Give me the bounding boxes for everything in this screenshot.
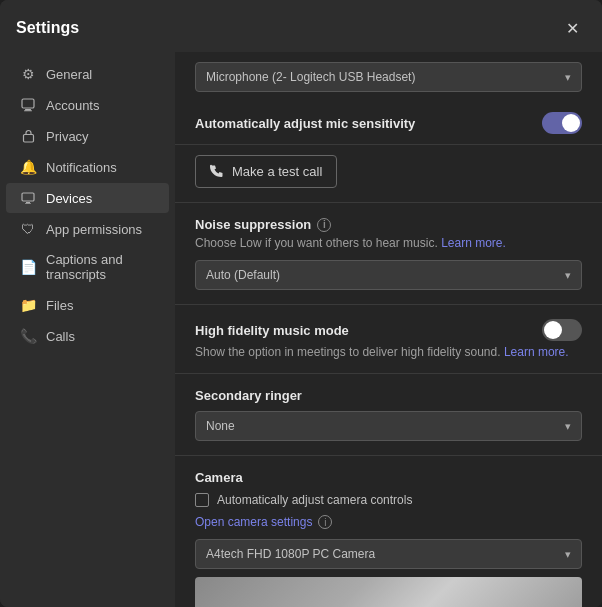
notifications-icon: 🔔 [20, 159, 36, 175]
camera-auto-adjust-checkbox[interactable] [195, 493, 209, 507]
toggle-knob [562, 114, 580, 132]
sidebar-label-accounts: Accounts [46, 98, 99, 113]
hifi-desc-text: Show the option in meetings to deliver h… [195, 345, 501, 359]
svg-rect-5 [26, 202, 30, 203]
hifi-section: High fidelity music mode Show the option… [175, 305, 602, 374]
sidebar-item-app-permissions[interactable]: 🛡 App permissions [6, 214, 169, 244]
mic-top-area: Microphone (2- Logitech USB Headset) ▾ [175, 52, 602, 98]
noise-chevron-icon: ▾ [565, 269, 571, 282]
auto-adjust-row: Automatically adjust mic sensitivity [175, 98, 602, 145]
camera-auto-adjust-row: Automatically adjust camera controls [195, 493, 582, 507]
ringer-title: Secondary ringer [195, 388, 582, 403]
mic-chevron-icon: ▾ [565, 71, 571, 84]
sidebar-label-general: General [46, 67, 92, 82]
noise-info-icon[interactable]: i [317, 218, 331, 232]
sidebar-label-app-permissions: App permissions [46, 222, 142, 237]
sidebar-item-files[interactable]: 📁 Files [6, 290, 169, 320]
noise-title-text: Noise suppression [195, 217, 311, 232]
captions-icon: 📄 [20, 259, 36, 275]
hifi-learn-more[interactable]: Learn more. [504, 345, 569, 359]
svg-rect-3 [23, 135, 33, 143]
sidebar-label-privacy: Privacy [46, 129, 89, 144]
sidebar-label-notifications: Notifications [46, 160, 117, 175]
camera-preview [195, 577, 582, 607]
hifi-toggle[interactable] [542, 319, 582, 341]
mic-dropdown-value: Microphone (2- Logitech USB Headset) [206, 70, 415, 84]
ringer-value: None [206, 419, 235, 433]
hifi-title: High fidelity music mode [195, 323, 349, 338]
svg-rect-0 [22, 99, 34, 108]
window-title: Settings [16, 19, 79, 37]
sidebar-item-privacy[interactable]: Privacy [6, 121, 169, 151]
test-call-area: Make a test call [175, 145, 602, 203]
sidebar-item-captions[interactable]: 📄 Captions and transcripts [6, 245, 169, 289]
hifi-toggle-knob [544, 321, 562, 339]
title-bar: Settings ✕ [0, 0, 602, 52]
ringer-chevron-icon: ▾ [565, 420, 571, 433]
privacy-icon [20, 128, 36, 144]
camera-device-dropdown[interactable]: A4tech FHD 1080P PC Camera ▾ [195, 539, 582, 569]
sidebar-label-files: Files [46, 298, 73, 313]
camera-info-icon[interactable]: i [318, 515, 332, 529]
camera-title-text: Camera [195, 470, 243, 485]
general-icon: ⚙ [20, 66, 36, 82]
camera-section: Camera Automatically adjust camera contr… [175, 456, 602, 607]
camera-device-value: A4tech FHD 1080P PC Camera [206, 547, 375, 561]
microphone-dropdown[interactable]: Microphone (2- Logitech USB Headset) ▾ [195, 62, 582, 92]
sidebar-item-devices[interactable]: Devices [6, 183, 169, 213]
camera-auto-adjust-label: Automatically adjust camera controls [217, 493, 412, 507]
sidebar-label-calls: Calls [46, 329, 75, 344]
sidebar-item-calls[interactable]: 📞 Calls [6, 321, 169, 351]
noise-desc: Choose Low if you want others to hear mu… [195, 236, 582, 250]
calls-icon: 📞 [20, 328, 36, 344]
settings-window: Settings ✕ ⚙ General Accounts [0, 0, 602, 607]
sidebar-label-captions: Captions and transcripts [46, 252, 155, 282]
noise-suppression-value: Auto (Default) [206, 268, 280, 282]
test-call-label: Make a test call [232, 164, 322, 179]
camera-title: Camera [195, 470, 582, 485]
sidebar-item-general[interactable]: ⚙ General [6, 59, 169, 89]
auto-adjust-label: Automatically adjust mic sensitivity [195, 116, 415, 131]
hifi-desc: Show the option in meetings to deliver h… [195, 345, 582, 359]
content-area: Microphone (2- Logitech USB Headset) ▾ A… [175, 52, 602, 607]
ringer-dropdown[interactable]: None ▾ [195, 411, 582, 441]
files-icon: 📁 [20, 297, 36, 313]
secondary-ringer-section: Secondary ringer None ▾ [175, 374, 602, 456]
ringer-dropdown-wrap: None ▾ [195, 411, 582, 441]
close-button[interactable]: ✕ [558, 14, 586, 42]
svg-rect-2 [24, 110, 32, 111]
main-layout: ⚙ General Accounts [0, 52, 602, 607]
accounts-icon [20, 97, 36, 113]
open-camera-link-text: Open camera settings [195, 515, 312, 529]
hifi-top: High fidelity music mode [195, 319, 582, 341]
sidebar: ⚙ General Accounts [0, 52, 175, 607]
test-call-icon [210, 163, 224, 180]
sidebar-label-devices: Devices [46, 191, 92, 206]
devices-icon [20, 190, 36, 206]
camera-chevron-icon: ▾ [565, 548, 571, 561]
svg-rect-6 [25, 203, 31, 204]
noise-suppression-section: Noise suppression i Choose Low if you wa… [175, 203, 602, 305]
sidebar-item-notifications[interactable]: 🔔 Notifications [6, 152, 169, 182]
noise-desc-text: Choose Low if you want others to hear mu… [195, 236, 438, 250]
noise-learn-more[interactable]: Learn more. [441, 236, 506, 250]
auto-adjust-toggle[interactable] [542, 112, 582, 134]
noise-title: Noise suppression i [195, 217, 582, 232]
open-camera-settings-link[interactable]: Open camera settings i [195, 515, 582, 529]
svg-rect-4 [22, 193, 34, 201]
sidebar-item-accounts[interactable]: Accounts [6, 90, 169, 120]
ringer-title-text: Secondary ringer [195, 388, 302, 403]
noise-suppression-dropdown[interactable]: Auto (Default) ▾ [195, 260, 582, 290]
app-permissions-icon: 🛡 [20, 221, 36, 237]
test-call-button[interactable]: Make a test call [195, 155, 337, 188]
